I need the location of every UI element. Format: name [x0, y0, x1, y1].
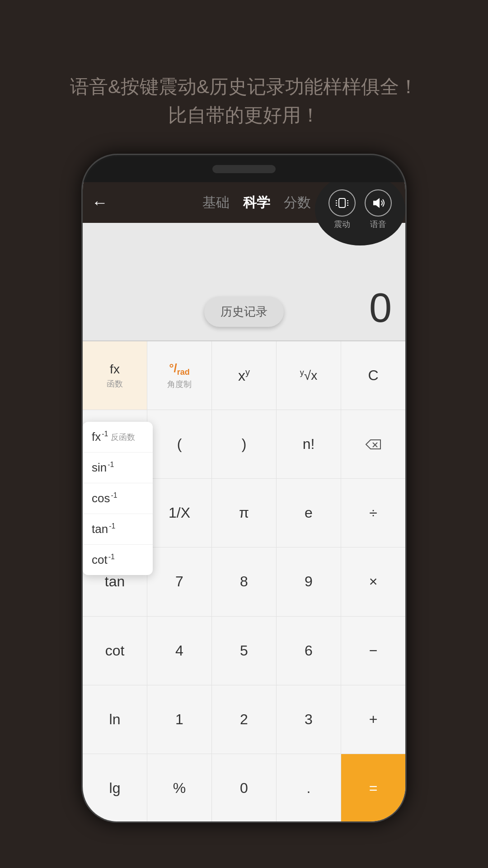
key-1-main: 1 — [175, 711, 183, 728]
key-dot-main: . — [307, 780, 311, 797]
promo-line2: 比自带的更好用！ — [36, 101, 452, 129]
key-equals-main: = — [369, 780, 378, 797]
key-angle-icon: °/rad — [169, 361, 190, 377]
key-3[interactable]: 3 — [277, 685, 341, 754]
key-row-0: fx 函数 °/rad 角度制 xy y√x — [83, 341, 405, 410]
voice-icon — [365, 189, 392, 217]
key-root[interactable]: y√x — [277, 341, 341, 410]
popup-tan-inv-main: tan-1 — [92, 522, 115, 536]
key-cot-main: cot — [105, 642, 125, 659]
popup-item-cos-inv[interactable]: cos-1 — [83, 483, 153, 514]
vibrate-button[interactable]: 震动 — [328, 189, 356, 230]
key-pi[interactable]: π — [212, 479, 277, 547]
key-closeparen[interactable]: ) — [212, 410, 277, 478]
key-cot[interactable]: cot — [83, 617, 147, 685]
tab-fraction[interactable]: 分数 — [284, 193, 311, 212]
key-5-main: 5 — [240, 642, 248, 659]
key-subtract[interactable]: − — [341, 617, 405, 685]
phone-speaker — [212, 165, 276, 173]
back-button[interactable]: ← — [92, 193, 108, 212]
key-row-4: cot 4 5 6 − — [83, 617, 405, 685]
svg-marker-7 — [373, 198, 380, 208]
popup-item-cot-inv[interactable]: cot-1 — [83, 545, 153, 575]
tab-science[interactable]: 科学 — [243, 193, 270, 212]
key-clear[interactable]: C — [341, 341, 405, 410]
key-pi-main: π — [239, 505, 249, 521]
inverse-function-popup: fx-1 反函数 sin-1 cos-1 tan-1 cot-1 — [83, 422, 153, 575]
key-dot[interactable]: . — [277, 754, 341, 821]
key-openparen[interactable]: ( — [147, 410, 212, 478]
key-angle-sub: 角度制 — [167, 379, 192, 390]
key-6-main: 6 — [305, 642, 313, 659]
key-8[interactable]: 8 — [212, 547, 277, 616]
key-angle[interactable]: °/rad 角度制 — [147, 341, 212, 410]
key-lg-main: lg — [109, 780, 121, 797]
phone-screen: ← 基础 科学 分数 — [83, 182, 405, 821]
key-row-6: lg % 0 . = — [83, 754, 405, 821]
key-add[interactable]: + — [341, 685, 405, 754]
key-factorial[interactable]: n! — [277, 410, 341, 478]
popup-fx-inv-main: fx-1 — [92, 430, 108, 444]
popup-item-tan-inv[interactable]: tan-1 — [83, 514, 153, 545]
popup-cot-inv-main: cot-1 — [92, 553, 115, 567]
popup-item-sin-inv[interactable]: sin-1 — [83, 453, 153, 483]
key-2[interactable]: 2 — [212, 685, 277, 754]
key-4-main: 4 — [175, 642, 183, 659]
key-7[interactable]: 7 — [147, 547, 212, 616]
key-1[interactable]: 1 — [147, 685, 212, 754]
key-divide-main: ÷ — [369, 505, 377, 521]
key-9-main: 9 — [305, 573, 313, 590]
key-tan-main: tan — [105, 573, 125, 590]
phone-frame: ← 基础 科学 分数 — [81, 154, 407, 823]
key-xpow-main: xy — [238, 367, 250, 384]
key-0[interactable]: 0 — [212, 754, 277, 821]
key-clear-main: C — [368, 367, 378, 384]
key-7-main: 7 — [175, 573, 183, 590]
key-divide[interactable]: ÷ — [341, 479, 405, 547]
key-ln[interactable]: ln — [83, 685, 147, 754]
nav-bar: ← 基础 科学 分数 — [83, 182, 405, 223]
promo-line1: 语音&按键震动&历史记录功能样样俱全！ — [36, 72, 452, 101]
key-4[interactable]: 4 — [147, 617, 212, 685]
key-multiply-main: × — [369, 573, 378, 590]
key-5[interactable]: 5 — [212, 617, 277, 685]
popup-sin-inv-main: sin-1 — [92, 461, 114, 475]
key-add-main: + — [369, 711, 378, 728]
key-equals[interactable]: = — [341, 754, 405, 821]
history-button[interactable]: 历史记录 — [204, 297, 284, 327]
key-backspace[interactable] — [341, 410, 405, 478]
popup-item-fx-inv[interactable]: fx-1 反函数 — [83, 422, 153, 453]
key-fx[interactable]: fx 函数 — [83, 341, 147, 410]
key-e-main: e — [305, 505, 313, 521]
vibrate-label: 震动 — [334, 219, 350, 230]
svg-rect-0 — [339, 198, 345, 208]
key-subtract-main: − — [369, 642, 378, 659]
key-lg[interactable]: lg — [83, 754, 147, 821]
vibrate-icon — [328, 189, 356, 217]
key-3-main: 3 — [305, 711, 313, 728]
display-value: 0 — [369, 285, 392, 331]
popup-cos-inv-main: cos-1 — [92, 491, 117, 505]
key-percent-main: % — [173, 780, 186, 797]
promo-text: 语音&按键震动&历史记录功能样样俱全！ 比自带的更好用！ — [0, 0, 488, 156]
key-root-main: y√x — [300, 368, 317, 383]
key-9[interactable]: 9 — [277, 547, 341, 616]
keyboard: fx 函数 °/rad 角度制 xy y√x — [83, 341, 405, 821]
key-8-main: 8 — [240, 573, 248, 590]
key-0-main: 0 — [240, 780, 248, 797]
key-percent[interactable]: % — [147, 754, 212, 821]
key-xpow[interactable]: xy — [212, 341, 277, 410]
key-ln-main: ln — [109, 711, 121, 728]
key-2-main: 2 — [240, 711, 248, 728]
key-multiply[interactable]: × — [341, 547, 405, 616]
key-6[interactable]: 6 — [277, 617, 341, 685]
key-reciprocal[interactable]: 1/X — [147, 479, 212, 547]
popup-fx-inv-sub: 反函数 — [111, 432, 135, 443]
tab-basic[interactable]: 基础 — [202, 193, 230, 212]
key-fx-main: fx — [110, 362, 120, 377]
voice-button[interactable]: 语音 — [365, 189, 392, 230]
backspace-icon — [364, 438, 382, 451]
key-row-5: ln 1 2 3 + — [83, 685, 405, 754]
key-fx-sub: 函数 — [107, 378, 123, 389]
key-e[interactable]: e — [277, 479, 341, 547]
